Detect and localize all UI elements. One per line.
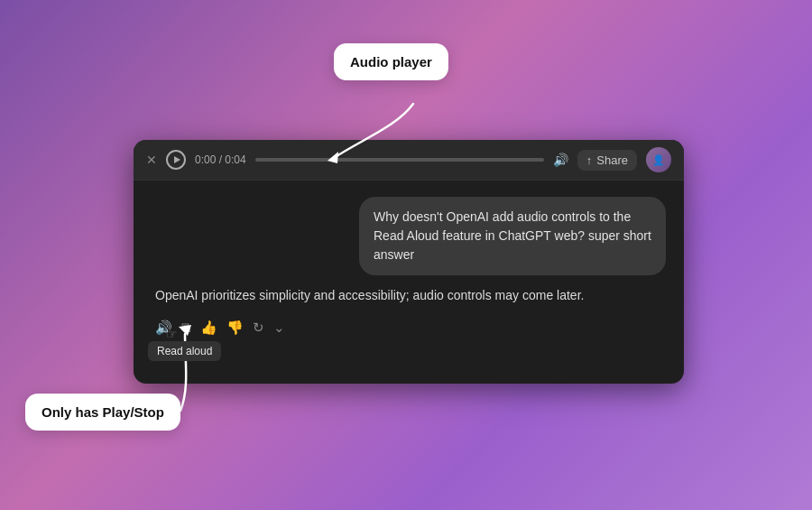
audio-time-display: 0:00 / 0:04 <box>195 153 246 166</box>
audio-close-button[interactable]: ✕ <box>146 153 157 167</box>
audio-player-callout: Audio player <box>334 43 448 80</box>
share-label: Share <box>596 153 628 167</box>
audio-volume-icon[interactable]: 🔊 <box>553 153 568 167</box>
user-avatar: 👤 <box>646 147 671 172</box>
audio-share-button[interactable]: ↑ Share <box>577 150 637 171</box>
only-play-stop-callout: Only has Play/Stop <box>25 394 180 431</box>
chatgpt-window: ✕ 0:00 / 0:04 🔊 ↑ Share 👤 Why doesn't Op… <box>134 140 684 384</box>
copy-button[interactable]: ⧉ <box>181 320 191 336</box>
user-message-bubble: Why doesn't OpenAI add audio controls to… <box>359 197 666 275</box>
audio-play-button[interactable] <box>166 150 186 170</box>
assistant-message: OpenAI prioritizes simplicity and access… <box>152 286 666 305</box>
more-options-button[interactable]: ⌄ <box>273 320 285 336</box>
thumbs-up-button[interactable]: 👍 <box>200 320 217 336</box>
audio-player-bar: ✕ 0:00 / 0:04 🔊 ↑ Share 👤 <box>134 140 684 181</box>
chat-content: Why doesn't OpenAI add audio controls to… <box>134 181 684 347</box>
read-aloud-button[interactable]: 🔊 ☞ <box>155 320 172 336</box>
regenerate-button[interactable]: ↻ <box>253 320 264 336</box>
action-bar: 🔊 ☞ ⧉ 👍 👎 ↻ ⌄ Read aloud <box>152 316 666 336</box>
read-aloud-tooltip: Read aloud <box>148 341 221 361</box>
cursor-hand-icon: ☞ <box>166 327 178 341</box>
thumbs-down-button[interactable]: 👎 <box>226 320 244 336</box>
audio-progress-track[interactable] <box>255 158 544 162</box>
avatar-initial: 👤 <box>652 154 665 166</box>
share-icon: ↑ <box>586 153 593 167</box>
